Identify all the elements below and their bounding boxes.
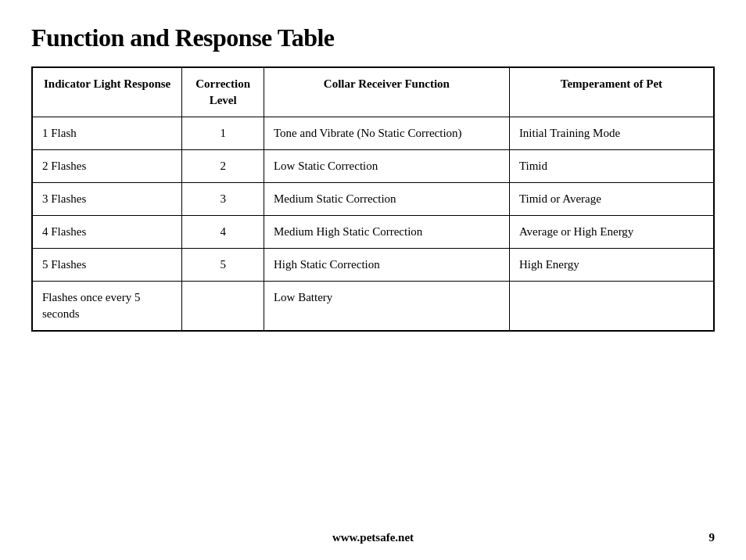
cell-correction-3: 4 <box>182 216 264 249</box>
cell-correction-0: 1 <box>182 117 264 150</box>
table-row: 2 Flashes2Low Static CorrectionTimid <box>32 150 714 183</box>
cell-indicator-1: 2 Flashes <box>32 150 182 183</box>
function-response-table: Indicator Light Response Correction Leve… <box>31 66 715 332</box>
table-row: 1 Flash1Tone and Vibrate (No Static Corr… <box>32 117 714 150</box>
table-header-row: Indicator Light Response Correction Leve… <box>32 67 714 117</box>
cell-indicator-3: 4 Flashes <box>32 216 182 249</box>
cell-function-2: Medium Static Correction <box>264 183 509 216</box>
header-function: Collar Receiver Function <box>264 67 509 117</box>
header-temperament: Temperament of Pet <box>509 67 714 117</box>
cell-function-1: Low Static Correction <box>264 150 509 183</box>
cell-temperament-0: Initial Training Mode <box>509 117 714 150</box>
page-title: Function and Response Table <box>31 23 715 52</box>
cell-temperament-2: Timid or Average <box>509 183 714 216</box>
table-row: 3 Flashes3Medium Static CorrectionTimid … <box>32 183 714 216</box>
cell-temperament-5 <box>509 282 714 332</box>
header-correction: Correction Level <box>182 67 264 117</box>
table-row: 4 Flashes4Medium High Static CorrectionA… <box>32 216 714 249</box>
cell-correction-1: 2 <box>182 150 264 183</box>
cell-correction-4: 5 <box>182 249 264 282</box>
cell-indicator-4: 5 Flashes <box>32 249 182 282</box>
header-indicator: Indicator Light Response <box>32 67 182 117</box>
cell-temperament-3: Average or High Energy <box>509 216 714 249</box>
cell-temperament-1: Timid <box>509 150 714 183</box>
cell-indicator-2: 3 Flashes <box>32 183 182 216</box>
footer-url: www.petsafe.net <box>332 531 414 544</box>
cell-temperament-4: High Energy <box>509 249 714 282</box>
footer-page-number: 9 <box>709 531 716 544</box>
cell-correction-2: 3 <box>182 183 264 216</box>
cell-function-0: Tone and Vibrate (No Static Correction) <box>264 117 509 150</box>
cell-indicator-5: Flashes once every 5 seconds <box>32 282 182 332</box>
table-row: Flashes once every 5 secondsLow Battery <box>32 282 714 332</box>
cell-function-3: Medium High Static Correction <box>264 216 509 249</box>
cell-correction-5 <box>182 282 264 332</box>
cell-function-5: Low Battery <box>264 282 509 332</box>
cell-indicator-0: 1 Flash <box>32 117 182 150</box>
page-footer: www.petsafe.net 9 <box>31 515 715 544</box>
table-row: 5 Flashes5High Static CorrectionHigh Ene… <box>32 249 714 282</box>
cell-function-4: High Static Correction <box>264 249 509 282</box>
